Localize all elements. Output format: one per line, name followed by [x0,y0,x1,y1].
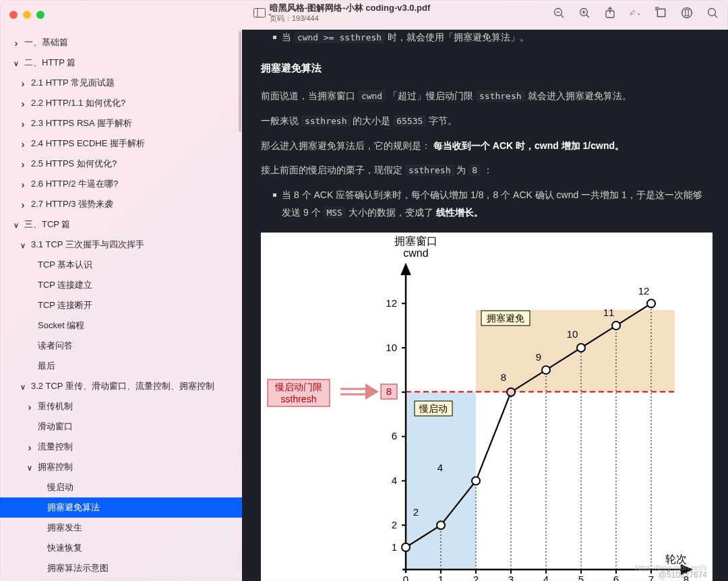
chevron-right-icon [19,138,27,150]
sidebar-icon [253,8,266,18]
svg-point-12 [682,8,692,18]
chart-title-1: 拥塞窗口 [394,235,437,247]
rotate-button[interactable] [655,7,667,19]
svg-text:4: 4 [543,574,549,581]
title-center: 暗黑风格-图解网络-小林 coding-v3.0.pdf 页码：193/444 [270,3,430,23]
zoom-in-button[interactable] [578,7,590,19]
watermark: @510827674 [659,568,707,581]
svg-point-44 [542,366,550,374]
slow-start-label: 慢启动 [419,403,448,414]
svg-text:6: 6 [613,574,619,581]
svg-point-43 [507,388,515,396]
search-button[interactable] [706,7,719,19]
sidebar-item[interactable]: 拥塞算法示意图 [0,558,242,578]
sidebar-item[interactable]: TCP 连接断开 [0,295,242,315]
sidebar-item-label: 拥塞避免算法 [47,501,100,514]
sidebar-item[interactable]: 2.6 HTTP/2 牛逼在哪? [0,174,242,194]
cong-avoid-label: 拥塞避免 [487,313,524,324]
sidebar-item[interactable]: 重传机制 [0,396,242,417]
sidebar-item[interactable]: 2.4 HTTPS ECDHE 握手解析 [0,133,242,154]
sidebar-item-label: 二、HTTP 篇 [24,57,75,69]
chevron-right-icon [19,158,27,170]
region-slow-start [406,392,476,570]
inline-code: ssthresh [301,115,351,127]
sidebar-item-label: 拥塞发生 [47,522,82,534]
sidebar-item[interactable]: 流量控制 [0,437,242,457]
svg-text:1: 1 [438,574,444,581]
sidebar-item[interactable]: 快速恢复 [0,538,242,558]
point-label: 4 [437,462,443,473]
sidebar-item[interactable]: 滑动窗口 [0,417,242,437]
minimize-icon[interactable] [23,11,31,19]
svg-line-14 [715,15,717,18]
bold-text: 每当收到一个 ACK 时，cwnd 增加 1/cwnd。 [433,140,624,151]
highlight-button[interactable] [681,7,693,19]
paragraph: 前面说道，当拥塞窗口 cwnd 「超过」慢启动门限 ssthresh 就会进入拥… [261,87,709,105]
sidebar-item[interactable]: 2.1 HTTP 常见面试题 [0,73,242,93]
titlebar: ⌄ 暗黑风格-图解网络-小林 coding-v3.0.pdf 页码：193/44… [0,0,728,30]
annotate-button[interactable]: ⌄ [630,7,642,19]
point-label: 12 [638,285,650,297]
sidebar-item[interactable]: 拥塞发生 [0,518,242,538]
sidebar-item[interactable]: 3.2 TCP 重传、滑动窗口、流量控制、拥塞控制 [0,376,242,396]
sidebar-item[interactable]: 2.3 HTTPS RSA 握手解析 [0,113,242,133]
nav-list: 一、基础篇二、HTTP 篇2.1 HTTP 常见面试题2.2 HTTP/1.1 … [0,32,242,581]
text: 当 [282,32,294,42]
sidebar-item[interactable]: Socket 编程 [0,315,242,336]
sidebar-item[interactable]: 二、HTTP 篇 [0,53,242,73]
sidebar-item-label: 流量控制 [38,441,73,453]
ssthresh-value: 8 [386,386,392,397]
sidebar-item[interactable]: 读者问答 [0,336,242,356]
sidebar-item[interactable]: 拥塞避免算法 [0,497,242,518]
sidebar-item[interactable]: TCP 连接建立 [0,275,242,295]
app-window: ⌄ 暗黑风格-图解网络-小林 coding-v3.0.pdf 页码：193/44… [0,0,728,581]
svg-text:2: 2 [473,574,479,581]
sidebar-item-label: 最后 [38,360,55,372]
bold-text: 线性增长。 [436,207,483,218]
inline-code: ssthresh [476,90,525,102]
sidebar-item[interactable]: 3.1 TCP 三次握手与四次挥手 [0,235,242,255]
inline-code: 8 [468,164,481,176]
chevron-right-icon [26,401,34,412]
sidebar-item[interactable]: 三、TCP 篇 [0,214,242,235]
inline-code: 65535 [393,115,426,127]
sidebar-item[interactable]: 拥塞控制 [0,457,242,477]
sidebar-item-label: 3.2 TCP 重传、滑动窗口、流量控制、拥塞控制 [31,380,214,392]
document-content[interactable]: 当 cwnd >= ssthresh 时，就会使用「拥塞避免算法」。 拥塞避免算… [242,30,728,581]
sidebar-item-label: TCP 连接建立 [38,279,92,291]
chart-svg: 拥塞窗口 cwnd 1 2 4 6 10 12 8 0 1 2 3 [261,233,712,581]
chevron-right-icon [26,441,34,453]
ssthresh-label-1: 慢启动门限 [274,381,322,392]
inline-code: cwnd [358,90,386,102]
close-icon[interactable] [9,11,18,19]
y-tick-label: 2 [392,519,397,530]
svg-text:0: 0 [403,574,408,581]
sidebar-item[interactable]: 慢启动 [0,477,242,497]
sidebar-item-label: 慢启动 [47,481,73,493]
svg-point-46 [612,322,620,330]
svg-line-6 [586,15,589,18]
scrollbar[interactable] [239,31,241,132]
sidebar-item[interactable]: 2.7 HTTP/3 强势来袭 [0,194,242,214]
svg-point-41 [437,521,445,529]
sidebar-item-label: TCP 基本认识 [38,259,92,271]
bullet-item: 当 8 个 ACK 应答确认到来时，每个确认增加 1/8，8 个 ACK 确认 … [261,186,709,222]
sidebar-item[interactable]: 一、基础篇 [0,32,242,53]
chevron-down-icon [26,462,34,472]
sidebar[interactable]: 一、基础篇二、HTTP 篇2.1 HTTP 常见面试题2.2 HTTP/1.1 … [0,0,242,581]
zoom-out-button[interactable] [553,7,565,19]
paragraph: 那么进入拥塞避免算法后，它的规则是： 每当收到一个 ACK 时，cwnd 增加 … [261,137,709,155]
share-button[interactable] [604,7,616,19]
sidebar-item[interactable]: 读者问答 [0,578,242,581]
sidebar-item-label: 2.6 HTTP/2 牛逼在哪? [31,178,118,190]
sidebar-item-label: 2.7 HTTP/3 强势来袭 [31,198,113,210]
sidebar-item-label: 2.4 HTTPS ECDHE 握手解析 [31,137,145,150]
sidebar-item[interactable]: 2.2 HTTP/1.1 如何优化? [0,93,242,113]
sidebar-item[interactable]: 2.5 HTTPS 如何优化? [0,154,242,174]
sidebar-item[interactable]: TCP 基本认识 [0,255,242,275]
sidebar-item-label: TCP 连接断开 [38,299,92,311]
sidebar-item-label: 一、基础篇 [24,36,68,49]
sidebar-item[interactable]: 最后 [0,356,242,376]
point-label: 8 [501,371,506,383]
maximize-icon[interactable] [36,11,44,19]
